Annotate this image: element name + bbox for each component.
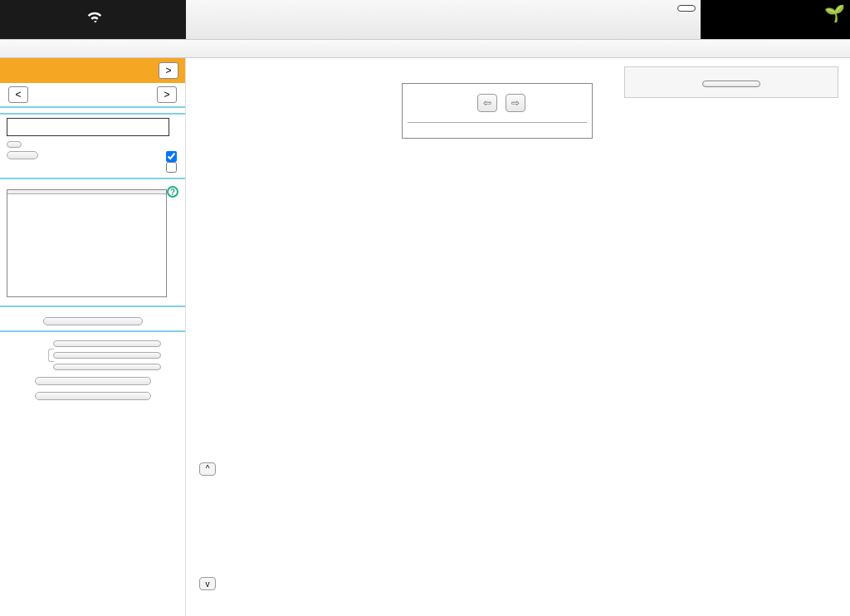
wifi-icon <box>85 8 104 31</box>
chart-scroll-down-button[interactable]: v <box>199 577 216 590</box>
zones-prev-button[interactable]: < <box>8 86 28 103</box>
brand-box: 🌱 <box>701 0 850 39</box>
chart-scroll-up-button[interactable]: ^ <box>199 462 216 476</box>
calendar: ⇦ ⇨ <box>402 83 593 139</box>
logo-box <box>0 0 186 39</box>
calendar-key-panel <box>624 66 838 98</box>
inverse-button[interactable] <box>53 364 161 370</box>
help-icon[interactable]: ? <box>167 186 178 198</box>
heating-zones-next-button[interactable]: > <box>159 62 178 79</box>
apply-changes-button[interactable] <box>35 377 151 385</box>
key-edit-button[interactable] <box>702 81 760 87</box>
logoff-button[interactable] <box>677 5 696 12</box>
insert-button[interactable] <box>53 340 161 347</box>
top-bar: 🌱 <box>0 0 850 40</box>
sidebar: > < > ? <box>0 58 186 616</box>
home-button[interactable] <box>35 392 151 400</box>
plant-icon: 🌱 <box>824 3 845 23</box>
calendar-prev-button[interactable]: ⇦ <box>477 94 497 112</box>
submit-button[interactable] <box>7 151 38 159</box>
zones-table <box>7 189 167 297</box>
zones-next-button[interactable]: > <box>157 86 177 103</box>
heating-zones-header: > <box>0 58 185 83</box>
delete-button[interactable] <box>53 352 161 359</box>
current-schedule-label <box>0 108 185 115</box>
calendar-next-button[interactable]: ⇨ <box>506 94 525 112</box>
change-name-button[interactable] <box>7 141 22 148</box>
quick-set-section <box>0 306 185 332</box>
unlink-button[interactable] <box>43 317 143 325</box>
content-area: ⇦ ⇨ ^ v <box>186 58 850 616</box>
header-info <box>186 0 672 39</box>
time-vs-temp-checkbox[interactable] <box>166 151 178 162</box>
schedule-name-input[interactable] <box>7 118 169 136</box>
zones-nav: < > <box>0 83 185 108</box>
time-temp-chart <box>199 477 838 577</box>
menu-bar <box>0 40 850 58</box>
time-vs-onoff-checkbox[interactable] <box>166 162 178 173</box>
chart-area: ^ v <box>199 462 842 592</box>
